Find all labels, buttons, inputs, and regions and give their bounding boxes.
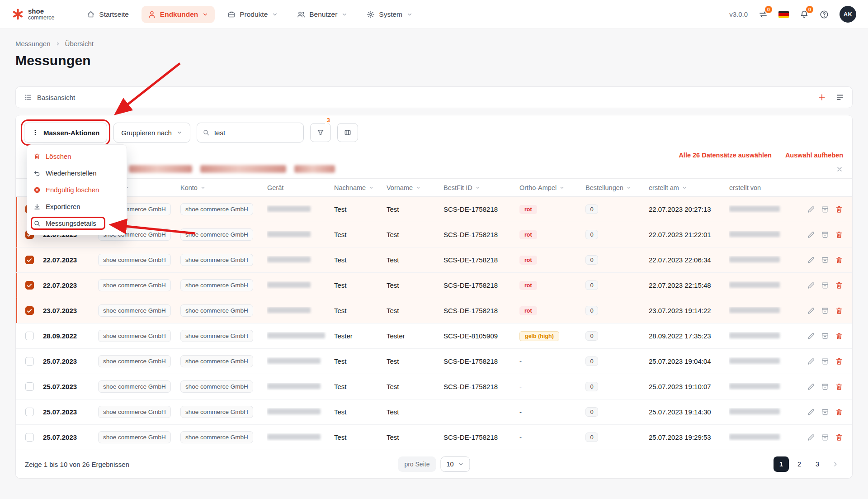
delete-row-button[interactable] <box>835 307 843 315</box>
edit-row-button[interactable] <box>807 357 815 366</box>
archive-row-button[interactable] <box>821 256 829 264</box>
archive-row-button[interactable] <box>821 332 829 340</box>
column-header-bestfit-id[interactable]: BestFit ID <box>443 184 519 191</box>
breadcrumb-item-messungen[interactable]: Messungen <box>15 40 51 48</box>
delete-row-button[interactable] <box>835 281 843 290</box>
row-checkbox[interactable] <box>25 256 34 264</box>
user-avatar[interactable]: AK <box>840 6 856 23</box>
search-input[interactable] <box>214 129 298 137</box>
archive-row-button[interactable] <box>821 231 829 239</box>
row-checkbox[interactable] <box>25 306 34 315</box>
edit-row-button[interactable] <box>807 205 815 214</box>
clear-filters-button[interactable] <box>836 166 843 173</box>
edit-row-button[interactable] <box>807 433 815 442</box>
nav-item-system[interactable]: System <box>360 6 419 23</box>
table-row[interactable]: 22.07.2023 shoe commerce GmbH shoe comme… <box>16 197 852 222</box>
sort-chevron-icon <box>559 185 565 190</box>
menu-item-wiederherstellen[interactable]: Wiederherstellen <box>27 165 127 181</box>
menu-item-exportieren[interactable]: Exportieren <box>27 198 127 215</box>
table-row[interactable]: 23.07.2023 shoe commerce GmbH shoe comme… <box>16 298 852 323</box>
archive-row-button[interactable] <box>821 307 829 315</box>
row-checkbox[interactable] <box>25 332 34 340</box>
redacted-filter-chip[interactable] <box>200 165 286 173</box>
table-row[interactable]: 22.07.2023 shoe commerce GmbH shoe comme… <box>16 273 852 298</box>
gear-icon <box>367 10 375 19</box>
filter-button[interactable]: 3 <box>310 123 331 142</box>
edit-row-button[interactable] <box>807 332 815 340</box>
row-checkbox[interactable] <box>25 433 34 442</box>
next-page-button[interactable] <box>828 456 843 472</box>
menu-item-messungsdetails[interactable]: Messungsdetails <box>27 215 127 232</box>
table-row[interactable]: 25.07.2023 shoe commerce GmbH shoe comme… <box>16 349 852 374</box>
row-checkbox[interactable] <box>25 281 34 290</box>
delete-row-button[interactable] <box>835 205 843 214</box>
archive-row-button[interactable] <box>821 357 829 366</box>
cell-haendler-chip: shoe commerce GmbH <box>98 380 171 393</box>
column-header-erstellt-von[interactable]: erstellt von <box>729 184 802 191</box>
archive-row-button[interactable] <box>821 408 829 416</box>
archive-row-button[interactable] <box>821 281 829 290</box>
bulk-actions-button[interactable]: Massen-Aktionen <box>24 123 107 143</box>
table-row[interactable]: 25.07.2023 shoe commerce GmbH shoe comme… <box>16 425 852 450</box>
row-checkbox[interactable] <box>25 357 34 366</box>
menu-item-endgueltig-loeschen[interactable]: Endgültig löschen <box>27 181 127 198</box>
per-page-select[interactable]: 10 <box>440 456 470 472</box>
column-header-nachname[interactable]: Nachname <box>334 184 387 191</box>
edit-row-button[interactable] <box>807 281 815 290</box>
page-button-1[interactable]: 1 <box>774 456 789 472</box>
notifications-button[interactable]: 0 <box>800 10 809 19</box>
column-header-geraet[interactable]: Gerät <box>267 184 334 191</box>
column-header-vorname[interactable]: Vorname <box>387 184 443 191</box>
column-header-ortho-ampel[interactable]: Ortho-Ampel <box>519 184 585 191</box>
edit-row-button[interactable] <box>807 383 815 391</box>
cell-erstellt-am: 25.07.2023 19:04:04 <box>649 357 729 365</box>
page-button-2[interactable]: 2 <box>792 456 807 472</box>
delete-row-button[interactable] <box>835 256 843 264</box>
nav-item-produkte[interactable]: Produkte <box>221 6 284 23</box>
edit-row-button[interactable] <box>807 256 815 264</box>
nav-item-startseite[interactable]: Startseite <box>80 6 135 23</box>
sync-count-badge: 0 <box>765 6 772 13</box>
row-checkbox[interactable] <box>25 382 34 391</box>
table-row[interactable]: 25.07.2023 shoe commerce GmbH shoe comme… <box>16 374 852 399</box>
column-header-bestellungen[interactable]: Bestellungen <box>585 184 649 191</box>
row-checkbox[interactable] <box>25 408 34 416</box>
delete-row-button[interactable] <box>835 383 843 391</box>
cell-vorname: Test <box>387 433 443 441</box>
add-view-icon[interactable] <box>818 93 826 101</box>
table-row[interactable]: 25.07.2023 shoe commerce GmbH shoe comme… <box>16 399 852 425</box>
edit-row-button[interactable] <box>807 408 815 416</box>
column-header-konto[interactable]: Konto <box>180 184 267 191</box>
redacted-filter-chip[interactable] <box>129 165 192 173</box>
cell-haendler-chip: shoe commerce GmbH <box>98 355 171 367</box>
sync-button[interactable]: 0 <box>759 10 768 19</box>
view-layout-icon[interactable] <box>836 93 844 101</box>
nav-item-endkunden[interactable]: Endkunden <box>142 6 215 23</box>
edit-row-button[interactable] <box>807 307 815 315</box>
brand-logo[interactable]: shoe commerce <box>12 8 54 20</box>
archive-row-button[interactable] <box>821 205 829 214</box>
archive-row-button[interactable] <box>821 433 829 442</box>
table-row[interactable]: 28.09.2022 shoe commerce GmbH shoe comme… <box>16 323 852 349</box>
table-row[interactable]: 22.07.2023 shoe commerce GmbH shoe comme… <box>16 222 852 247</box>
nav-item-benutzer[interactable]: Benutzer <box>291 6 354 23</box>
delete-row-button[interactable] <box>835 231 843 239</box>
edit-row-button[interactable] <box>807 231 815 239</box>
table-row[interactable]: 22.07.2023 shoe commerce GmbH shoe comme… <box>16 247 852 273</box>
help-button[interactable] <box>820 10 829 19</box>
group-by-button[interactable]: Gruppieren nach <box>113 123 190 143</box>
archive-icon <box>821 332 829 340</box>
clear-selection-link[interactable]: Auswahl aufheben <box>785 152 843 159</box>
page-button-3[interactable]: 3 <box>810 456 825 472</box>
select-all-records-link[interactable]: Alle 26 Datensätze auswählen <box>679 152 772 159</box>
archive-row-button[interactable] <box>821 383 829 391</box>
delete-row-button[interactable] <box>835 408 843 416</box>
menu-item-loeschen[interactable]: Löschen <box>27 148 127 165</box>
delete-row-button[interactable] <box>835 433 843 442</box>
redacted-filter-chip[interactable] <box>294 165 335 173</box>
columns-button[interactable] <box>337 123 358 142</box>
language-flag-german[interactable] <box>778 11 789 18</box>
column-header-erstellt-am[interactable]: erstellt am <box>649 184 729 191</box>
delete-row-button[interactable] <box>835 357 843 366</box>
delete-row-button[interactable] <box>835 332 843 340</box>
